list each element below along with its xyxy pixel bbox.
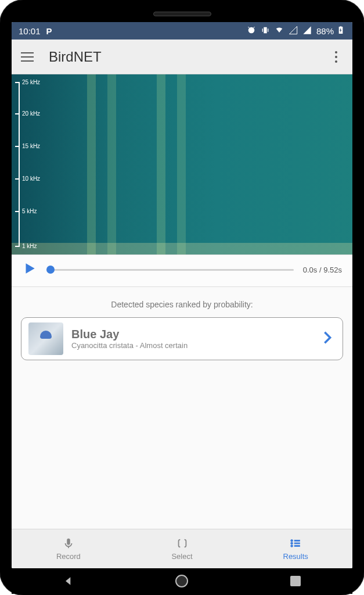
svg-rect-5 bbox=[294, 543, 300, 544]
tab-label: Record bbox=[56, 552, 81, 561]
svg-rect-4 bbox=[294, 540, 300, 542]
signal-full-icon bbox=[302, 26, 312, 37]
svg-rect-0 bbox=[67, 539, 70, 545]
svg-rect-6 bbox=[294, 546, 300, 547]
chevron-right-icon bbox=[319, 329, 336, 348]
nav-home-button[interactable] bbox=[164, 575, 199, 587]
tick-label: 1 kHz bbox=[22, 243, 37, 249]
species-subtitle: Cyanocitta cristata - Almost certain bbox=[71, 341, 311, 350]
tick-label: 15 kHz bbox=[22, 143, 40, 149]
nav-recent-button[interactable] bbox=[278, 576, 313, 586]
svg-point-3 bbox=[291, 545, 293, 547]
wifi-icon bbox=[275, 26, 284, 37]
vibrate-icon bbox=[261, 26, 270, 37]
play-button[interactable] bbox=[22, 261, 37, 278]
time-display: 0.0s / 9.52s bbox=[303, 266, 342, 274]
device-speaker bbox=[153, 12, 211, 16]
hamburger-menu-icon[interactable] bbox=[21, 52, 35, 62]
nav-back-button[interactable] bbox=[51, 575, 86, 587]
app-bar: BirdNET bbox=[12, 40, 352, 74]
android-nav-bar bbox=[12, 568, 352, 594]
seek-thumb[interactable] bbox=[46, 266, 55, 274]
results-panel: Detected species ranked by probability: … bbox=[12, 287, 352, 529]
svg-point-1 bbox=[291, 540, 293, 542]
svg-point-2 bbox=[291, 542, 293, 544]
species-name: Blue Jay bbox=[71, 328, 311, 341]
results-header: Detected species ranked by probability: bbox=[21, 300, 343, 309]
signal-empty-icon bbox=[289, 26, 298, 37]
species-thumbnail bbox=[28, 322, 63, 355]
tab-select[interactable]: Select bbox=[125, 529, 239, 568]
status-time: 10:01 bbox=[19, 26, 41, 36]
tab-label: Results bbox=[283, 552, 308, 561]
tick-label: 20 kHz bbox=[22, 110, 40, 117]
species-card[interactable]: Blue Jay Cyanocitta cristata - Almost ce… bbox=[21, 317, 343, 360]
frequency-axis: 25 kHz 20 kHz 15 kHz 10 kHz 5 kHz 1 kHz bbox=[15, 78, 50, 251]
audio-player: 0.0s / 9.52s bbox=[12, 255, 352, 287]
bottom-tabs: Record Select Results bbox=[12, 529, 352, 568]
battery-charging-icon bbox=[336, 26, 345, 37]
tick-label: 10 kHz bbox=[22, 175, 40, 182]
tick-label: 5 kHz bbox=[22, 208, 37, 214]
seek-slider[interactable] bbox=[46, 265, 294, 274]
status-bar: 10:01 P 88% bbox=[12, 22, 352, 40]
alarm-icon bbox=[247, 26, 256, 37]
tab-label: Select bbox=[171, 552, 192, 561]
tab-results[interactable]: Results bbox=[239, 529, 352, 568]
tick-label: 25 kHz bbox=[22, 79, 40, 85]
more-options-icon[interactable] bbox=[329, 51, 343, 63]
battery-percent: 88% bbox=[316, 26, 334, 36]
pandora-icon: P bbox=[46, 26, 52, 36]
tab-record[interactable]: Record bbox=[12, 529, 125, 568]
spectrogram[interactable]: 25 kHz 20 kHz 15 kHz 10 kHz 5 kHz 1 kHz bbox=[12, 74, 352, 255]
app-title: BirdNET bbox=[49, 49, 102, 65]
